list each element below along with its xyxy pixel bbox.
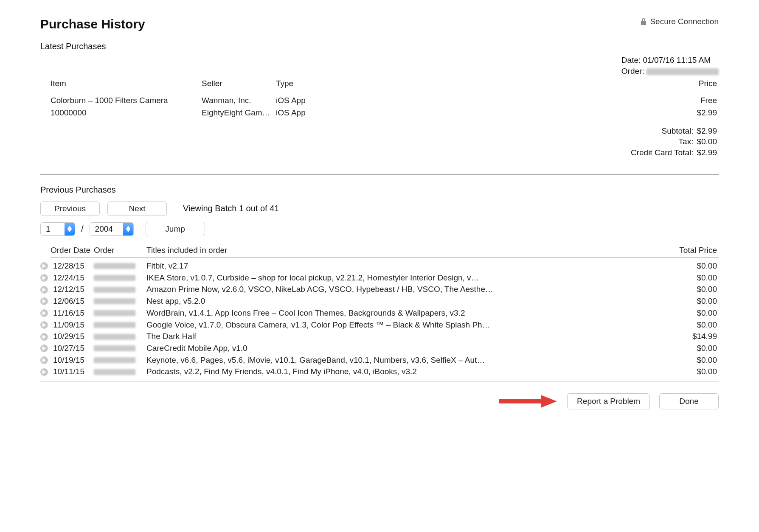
order-number-redacted — [94, 322, 135, 328]
order-total: $0.00 — [672, 261, 719, 272]
order-titles: Fitbit, v2.17 — [146, 261, 672, 272]
order-titles: Google Voice, v1.7.0, Obscura Camera, v1… — [146, 320, 672, 330]
cc-total-value: $2.99 — [697, 147, 717, 158]
jump-button[interactable]: Jump — [146, 222, 205, 236]
cc-total-label: Credit Card Total: — [631, 147, 694, 158]
column-titles: Titles included in order — [146, 246, 672, 255]
order-number-redacted — [94, 369, 135, 375]
date-label: Date: — [621, 55, 641, 66]
order-titles: CareCredit Mobile App, v1.0 — [146, 343, 672, 354]
item-price: $2.99 — [463, 108, 719, 118]
subtotal-label: Subtotal: — [661, 126, 693, 137]
order-row: 11/16/15WordBrain, v1.4.1, App Icons Fre… — [40, 307, 719, 319]
done-button[interactable]: Done — [659, 393, 719, 409]
order-total: $0.00 — [672, 355, 719, 366]
order-row: 12/28/15Fitbit, v2.17$0.00 — [40, 260, 719, 272]
order-date: 10/29/15 — [53, 331, 94, 342]
item-price: Free — [463, 95, 719, 106]
order-date: 11/16/15 — [53, 308, 94, 319]
order-number-redacted — [94, 334, 135, 340]
expand-arrow-icon[interactable] — [40, 274, 48, 282]
expand-arrow-icon[interactable] — [40, 368, 48, 376]
expand-arrow-icon[interactable] — [40, 321, 48, 329]
order-total: $0.00 — [672, 320, 719, 330]
tax-label: Tax: — [679, 136, 694, 147]
order-row: 10/29/15The Dark Half$14.99 — [40, 331, 719, 343]
order-row: 12/24/15IKEA Store, v1.0.7, Curbside – s… — [40, 272, 719, 284]
secure-connection-label: Secure Connection — [650, 17, 719, 26]
order-date: 12/06/15 — [53, 296, 94, 307]
order-date: 12/24/15 — [53, 273, 94, 283]
order-number-redacted — [94, 310, 135, 316]
order-total: $0.00 — [672, 284, 719, 295]
totals: Subtotal: $2.99 Tax: $0.00 Credit Card T… — [40, 122, 719, 170]
order-number-redacted — [94, 287, 135, 293]
order-total: $0.00 — [672, 308, 719, 319]
next-button[interactable]: Next — [107, 202, 167, 216]
order-date: 10/27/15 — [53, 343, 94, 354]
order-date: 10/11/15 — [53, 367, 94, 377]
order-titles: WordBrain, v1.4.1, App Icons Free – Cool… — [146, 308, 672, 319]
item-type: iOS App — [276, 108, 463, 118]
expand-arrow-icon[interactable] — [40, 333, 48, 341]
column-price: Price — [463, 79, 719, 88]
order-total: $0.00 — [672, 367, 719, 377]
expand-arrow-icon[interactable] — [40, 344, 48, 352]
column-total-price: Total Price — [672, 246, 719, 255]
expand-arrow-icon[interactable] — [40, 309, 48, 317]
order-number-redacted — [94, 263, 135, 269]
expand-arrow-icon[interactable] — [40, 297, 48, 305]
seller-name: EightyEight Gam… — [202, 108, 276, 118]
item-name: 10000000 — [40, 108, 202, 118]
order-meta: Date: 01/07/16 11:15 AM Order: — [621, 55, 719, 76]
seller-name: Wanman, Inc. — [202, 95, 276, 106]
secure-connection-indicator: Secure Connection — [641, 17, 719, 26]
order-titles: Podcasts, v2.2, Find My Friends, v4.0.1,… — [146, 367, 672, 377]
latest-row: 10000000 EightyEight Gam… iOS App $2.99 — [40, 107, 719, 119]
column-type: Type — [276, 79, 463, 88]
date-separator: / — [79, 224, 85, 234]
month-value: 1 — [41, 224, 65, 234]
latest-table-header: Item Seller Type Price — [40, 76, 719, 91]
tax-value: $0.00 — [697, 136, 717, 147]
stepper-icon[interactable] — [65, 222, 75, 236]
order-row: 10/19/15Keynote, v6.6, Pages, v5.6, iMov… — [40, 354, 719, 366]
order-titles: Keynote, v6.6, Pages, v5.6, iMovie, v10.… — [146, 355, 672, 366]
page-title: Purchase History — [40, 17, 145, 31]
order-number-redacted — [94, 275, 135, 281]
column-seller: Seller — [202, 79, 276, 88]
year-value: 2004 — [90, 224, 123, 234]
lock-icon — [641, 18, 647, 25]
order-titles: Nest app, v5.2.0 — [146, 296, 672, 307]
previous-button[interactable]: Previous — [40, 202, 100, 216]
order-total: $0.00 — [672, 296, 719, 307]
latest-row: Colorburn – 1000 Filters Camera Wanman, … — [40, 95, 719, 107]
order-number-redacted — [94, 298, 135, 304]
year-select[interactable]: 2004 — [90, 222, 134, 236]
order-number-redacted — [94, 345, 135, 351]
order-number-redacted — [94, 357, 135, 363]
expand-arrow-icon[interactable] — [40, 286, 48, 294]
order-row: 11/09/15Google Voice, v1.7.0, Obscura Ca… — [40, 319, 719, 331]
order-row: 10/11/15Podcasts, v2.2, Find My Friends,… — [40, 366, 719, 378]
column-order: Order — [94, 246, 146, 255]
subtotal-value: $2.99 — [697, 126, 717, 137]
month-select[interactable]: 1 — [40, 222, 75, 236]
order-total: $0.00 — [672, 273, 719, 283]
order-titles: IKEA Store, v1.0.7, Curbside – shop for … — [146, 273, 672, 283]
section-divider — [40, 174, 719, 175]
order-row: 12/12/15Amazon Prime Now, v2.6.0, VSCO, … — [40, 284, 719, 296]
expand-arrow-icon[interactable] — [40, 356, 48, 364]
column-item: Item — [40, 79, 202, 88]
order-date: 12/12/15 — [53, 284, 94, 295]
column-order-date: Order Date — [51, 246, 94, 255]
order-label: Order: — [621, 66, 644, 77]
stepper-icon[interactable] — [123, 222, 133, 236]
order-titles: The Dark Half — [146, 331, 672, 342]
item-type: iOS App — [276, 95, 463, 106]
expand-arrow-icon[interactable] — [40, 262, 48, 270]
order-date: 10/19/15 — [53, 355, 94, 366]
order-row: 10/27/15CareCredit Mobile App, v1.0$0.00 — [40, 342, 719, 354]
order-number-redacted — [647, 68, 719, 75]
report-a-problem-button[interactable]: Report a Problem — [567, 393, 650, 409]
